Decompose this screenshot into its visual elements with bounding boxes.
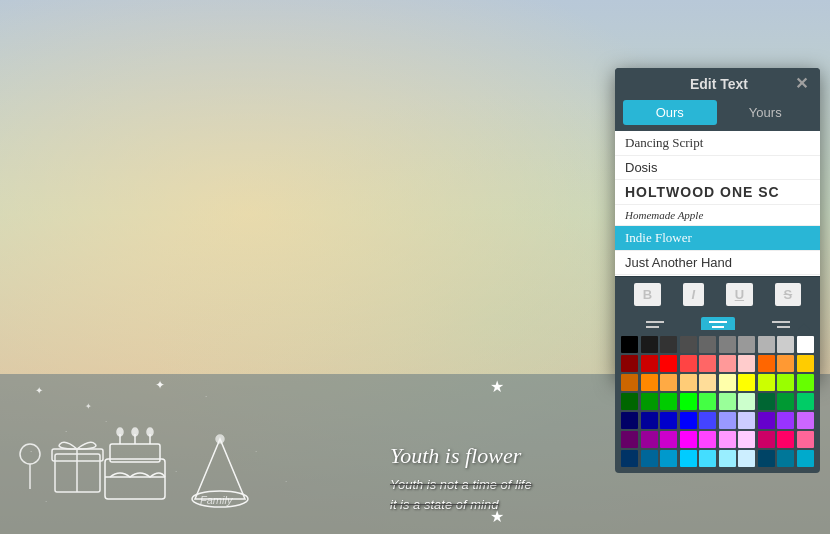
color-cell[interactable] (699, 412, 716, 429)
svg-point-17 (216, 435, 224, 443)
font-item-homemade-apple[interactable]: Homemade Apple (615, 205, 820, 226)
color-cell[interactable] (660, 412, 677, 429)
color-cell[interactable] (660, 450, 677, 467)
panel-title: Edit Text (643, 76, 795, 92)
color-cell[interactable] (738, 431, 755, 448)
color-cell[interactable] (641, 336, 658, 353)
color-cell[interactable] (719, 336, 736, 353)
color-cell[interactable] (641, 393, 658, 410)
color-cell[interactable] (621, 431, 638, 448)
color-cell[interactable] (660, 393, 677, 410)
star-bottom: ★ (490, 507, 504, 526)
svg-rect-7 (105, 459, 165, 499)
color-cell[interactable] (699, 393, 716, 410)
color-cell[interactable] (758, 374, 775, 391)
color-cell[interactable] (699, 355, 716, 372)
color-cell[interactable] (738, 412, 755, 429)
color-cell[interactable] (777, 450, 794, 467)
color-cell[interactable] (680, 450, 697, 467)
svg-text:·: · (45, 497, 47, 506)
color-cell[interactable] (797, 412, 814, 429)
color-cell[interactable] (641, 450, 658, 467)
format-toolbar: B I U S (615, 276, 820, 312)
color-cell[interactable] (680, 431, 697, 448)
color-cell[interactable] (699, 336, 716, 353)
color-cell[interactable] (797, 431, 814, 448)
color-cell[interactable] (621, 355, 638, 372)
svg-text:·: · (65, 427, 67, 436)
color-palette (615, 330, 820, 473)
color-cell[interactable] (777, 431, 794, 448)
color-cell[interactable] (797, 355, 814, 372)
tab-ours[interactable]: Ours (623, 100, 717, 125)
color-cell[interactable] (680, 336, 697, 353)
color-cell[interactable] (719, 393, 736, 410)
color-cell[interactable] (738, 374, 755, 391)
color-cell[interactable] (699, 431, 716, 448)
color-cell[interactable] (797, 393, 814, 410)
color-cell[interactable] (641, 355, 658, 372)
color-cell[interactable] (738, 336, 755, 353)
color-cell[interactable] (641, 431, 658, 448)
color-cell[interactable] (641, 412, 658, 429)
color-cell[interactable] (758, 336, 775, 353)
color-cell[interactable] (738, 355, 755, 372)
color-cell[interactable] (758, 431, 775, 448)
color-cell[interactable] (680, 393, 697, 410)
color-cell[interactable] (680, 355, 697, 372)
color-cell[interactable] (777, 412, 794, 429)
tab-yours[interactable]: Yours (719, 100, 813, 125)
color-cell[interactable] (621, 336, 638, 353)
bold-button[interactable]: B (634, 283, 661, 306)
color-cell[interactable] (758, 412, 775, 429)
color-cell[interactable] (621, 412, 638, 429)
color-cell[interactable] (719, 450, 736, 467)
color-cell[interactable] (699, 374, 716, 391)
svg-text:·: · (285, 477, 287, 486)
svg-text:·: · (205, 392, 207, 401)
color-cell[interactable] (719, 431, 736, 448)
italic-button[interactable]: I (683, 283, 705, 306)
color-cell[interactable] (738, 393, 755, 410)
color-cell[interactable] (641, 374, 658, 391)
svg-point-16 (192, 491, 248, 507)
color-cell[interactable] (758, 393, 775, 410)
color-cell[interactable] (738, 450, 755, 467)
palette-arrow (798, 323, 810, 330)
svg-text:✦: ✦ (155, 378, 165, 392)
color-cell[interactable] (660, 431, 677, 448)
close-button[interactable]: ✕ (795, 76, 808, 92)
color-cell[interactable] (621, 450, 638, 467)
color-cell[interactable] (719, 355, 736, 372)
svg-rect-18 (55, 454, 100, 492)
color-cell[interactable] (797, 374, 814, 391)
color-cell[interactable] (777, 374, 794, 391)
color-cell[interactable] (719, 374, 736, 391)
font-item-indie-flower[interactable]: Indie Flower (615, 226, 820, 251)
font-item-holtwood[interactable]: Holtwood One SC (615, 180, 820, 205)
color-cell[interactable] (660, 336, 677, 353)
font-item-dosis[interactable]: Dosis (615, 156, 820, 180)
color-cell[interactable] (797, 336, 814, 353)
color-cell[interactable] (680, 412, 697, 429)
color-cell[interactable] (719, 412, 736, 429)
color-cell[interactable] (660, 355, 677, 372)
strikethrough-button[interactable]: S (775, 283, 802, 306)
color-cell[interactable] (777, 393, 794, 410)
color-cell[interactable] (680, 374, 697, 391)
svg-rect-8 (110, 444, 160, 462)
color-cell[interactable] (621, 393, 638, 410)
color-cell[interactable] (660, 374, 677, 391)
font-item-dancing-script[interactable]: Dancing Script (615, 131, 820, 156)
color-cell[interactable] (777, 336, 794, 353)
color-cell[interactable] (758, 355, 775, 372)
underline-button[interactable]: U (726, 283, 753, 306)
font-item-just-another-hand[interactable]: Just Another Hand (615, 251, 820, 275)
color-cell[interactable] (777, 355, 794, 372)
color-cell[interactable] (621, 374, 638, 391)
svg-point-14 (132, 428, 138, 436)
svg-text:Family: Family (200, 494, 234, 506)
color-cell[interactable] (699, 450, 716, 467)
color-cell[interactable] (758, 450, 775, 467)
color-cell[interactable] (797, 450, 814, 467)
